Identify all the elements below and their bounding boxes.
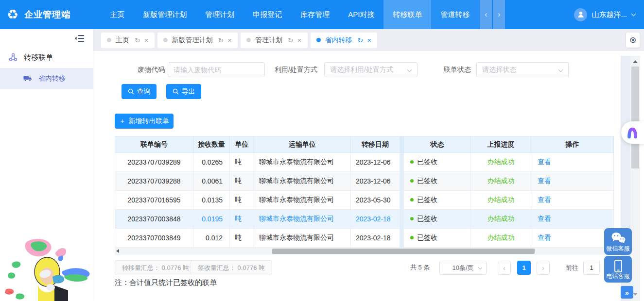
view-link[interactable]: 查看 [538,177,551,184]
tab-mgmt-plan[interactable]: 管理计划 ↻ × [241,33,308,48]
close-icon[interactable]: × [297,36,302,44]
phone-support-button[interactable]: 电话客服 [604,256,632,283]
view-link[interactable]: 查看 [538,215,551,222]
cell-received-qty: 0.0195 [193,210,230,229]
nav-scroll-arrows: ‹ › [480,0,506,29]
table-row[interactable]: 20233707003849 0.012 吨 聊城市永泰物流有限公司 2023-… [115,229,614,248]
waste-code-input[interactable] [168,62,265,77]
top-nav: ♻ 企业管理端 主页 新版管理计划 管理计划 申报登记 库存管理 API对接 转… [0,0,644,29]
cell-actions: 查看 [531,191,614,210]
sidebar-item-intra-province-transfer[interactable]: 省内转移 [0,68,93,89]
status-text: 已签收 [417,215,437,222]
scroll-up-icon[interactable] [633,60,638,63]
disposal-method-select[interactable]: 请选择利用/处置方式 [324,62,418,77]
sidebar: 转移联单 省内转移 [0,29,93,301]
nav-item-api[interactable]: API对接 [339,0,383,29]
export-button-label: 导出 [182,87,195,96]
assistant-widget-button[interactable] [621,121,644,144]
view-link[interactable]: 查看 [538,234,551,241]
cell-actions: 查看 [531,229,614,248]
view-link[interactable]: 查看 [538,196,551,203]
nav-item-transfer-manifest[interactable]: 转移联单 [383,0,431,29]
prev-page-button[interactable]: ‹ [498,261,511,275]
wechat-support-button[interactable]: 微信客服 [604,228,632,255]
search-icon [128,88,134,95]
fixed-column-divider [400,210,404,229]
tab-label: 省内转移 [325,36,352,45]
goto-page-input[interactable] [583,261,600,275]
nav-item-declare[interactable]: 申报登记 [244,0,291,29]
status-text: 已签收 [417,177,437,184]
nav-scroll-left-icon[interactable]: ‹ [480,0,492,29]
expand-panel-button[interactable]: » [621,286,633,299]
close-icon[interactable]: × [144,36,149,44]
nav-item-inventory[interactable]: 库存管理 [291,0,339,29]
cell-unit: 吨 [230,172,254,191]
close-all-tabs-button[interactable]: ⊗ [626,33,640,48]
nav-item-home[interactable]: 主页 [101,0,134,29]
view-link[interactable]: 查看 [538,158,551,166]
cell-status: 已签收 [404,172,471,191]
cell-actions: 查看 [531,172,614,191]
refresh-icon[interactable]: ↻ [218,36,224,44]
table-row-highlighted[interactable]: 20233707003848 0.0195 吨 聊城市永泰物流有限公司 2023… [115,210,614,229]
horizontal-scrollbar[interactable] [115,248,613,255]
sidebar-item-transfer-manifest[interactable]: 转移联单 [0,47,93,68]
vertical-scrollbar[interactable] [630,56,640,301]
cell-status: 已签收 [404,191,471,210]
molecule-icon [9,53,17,62]
cell-status: 已签收 [404,210,471,229]
cell-unit: 吨 [230,191,254,210]
close-icon[interactable]: × [367,36,371,44]
nav-item-pipeline-transfer[interactable]: 管道转移 [431,0,479,29]
cell-received-qty: 0.0265 [193,153,230,172]
fixed-column-divider [400,191,404,210]
tab-new-mgmt-plan[interactable]: 新版管理计划 ↻ × [157,33,238,48]
tab-dot-icon [163,38,168,42]
refresh-icon[interactable]: ↻ [135,36,140,44]
add-outbound-manifest-button[interactable]: ＋ 新增转出联单 [115,114,174,129]
close-icon[interactable]: × [227,36,232,44]
cell-manifest-id: 20233707003848 [115,210,193,229]
nav-item-mgmt-plan[interactable]: 管理计划 [196,0,244,29]
nav-scroll-right-icon[interactable]: › [493,0,505,29]
tab-dot-icon [316,38,321,42]
recycle-logo-icon: ♻ [7,8,18,21]
col-header-status: 状态 [404,136,471,153]
page-size-select[interactable]: 10条/页 [439,261,487,275]
fixed-column-divider [400,229,404,248]
query-button-label: 查询 [137,87,151,96]
status-dot-icon [410,179,414,183]
table-row[interactable]: 20233707039288 0.0061 吨 聊城市永泰物流有限公司 2023… [115,172,614,191]
scroll-left-icon[interactable] [116,249,119,253]
cell-unit: 吨 [230,153,254,172]
manifest-status-select[interactable]: 请选择状态 [476,62,569,77]
plus-icon: ＋ [119,117,126,126]
chevron-left-icon: ‹ [503,264,505,272]
cell-unit: 吨 [230,229,254,248]
user-menu[interactable]: 山东越洋... [574,8,644,21]
truck-icon [23,75,32,82]
next-page-button[interactable]: › [537,261,550,275]
refresh-icon[interactable]: ↻ [358,36,364,44]
table-header-row: 联单编号 接收数量 单位 运输单位 转移日期 状态 上报进度 操作 [115,136,614,153]
vertical-scrollbar-thumb[interactable] [631,67,639,168]
tab-home[interactable]: 主页 ↻ × [101,33,155,48]
table-row[interactable]: 20233707039289 0.0265 吨 聊城市永泰物流有限公司 2023… [115,153,614,172]
collapse-sidebar-icon[interactable] [74,34,85,44]
col-header-manifest-id: 联单编号 [115,136,193,153]
cell-transfer-date: 2023-12-06 [351,172,400,191]
page-number-1[interactable]: 1 [517,261,531,275]
scroll-down-icon[interactable] [633,293,638,296]
page-size-value: 10条/页 [452,264,473,272]
horizontal-scrollbar-thumb[interactable] [272,249,535,254]
col-header-report-progress: 上报进度 [471,136,531,153]
nav-item-new-mgmt-plan[interactable]: 新版管理计划 [134,0,196,29]
export-button[interactable]: 导出 [166,84,201,99]
cell-transfer-date: 2023-02-18 [351,210,400,229]
table-row[interactable]: 20233707016595 0.0135 吨 聊城市永泰物流有限公司 2023… [115,191,614,210]
refresh-icon[interactable]: ↻ [288,36,294,44]
query-button[interactable]: 查询 [122,84,157,99]
tab-intra-province-transfer[interactable]: 省内转移 ↻ × [311,33,378,48]
summary-note: 注：合计值只统计已签收的联单 [115,278,217,287]
